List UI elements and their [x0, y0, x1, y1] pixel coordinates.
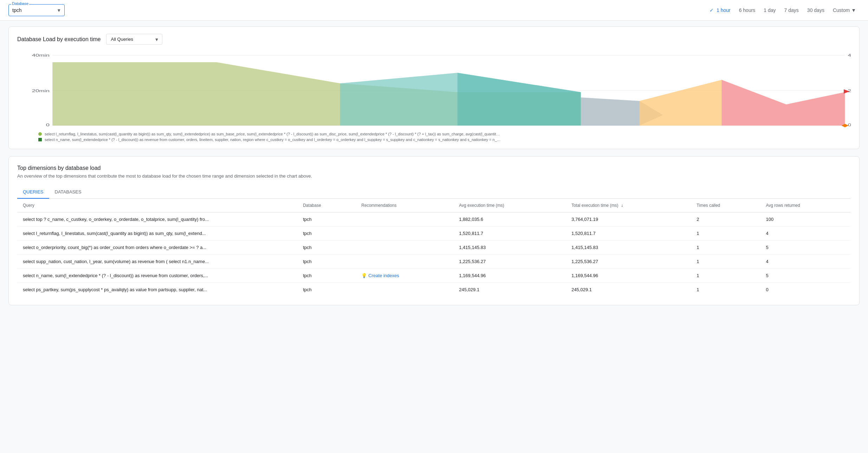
svg-text:12:35 PM: 12:35 PM: [686, 129, 711, 129]
table-row: select n_name, sum(l_extendedprice * (? …: [17, 269, 851, 283]
cell-database: tpch: [297, 283, 356, 297]
cell-recommendations[interactable]: 💡 Create indexes: [356, 269, 453, 283]
section-title: Top dimensions by database load: [17, 165, 851, 171]
cell-recommendations: [356, 241, 453, 255]
cell-database: tpch: [297, 269, 356, 283]
legend-item-2: select n_name, sum(l_extendedprice * (? …: [38, 138, 851, 142]
cell-times-called: 1: [691, 269, 760, 283]
legend-color-2: [38, 138, 42, 141]
sort-icon: ↓: [621, 203, 623, 208]
time-btn-1h[interactable]: ✓ 1 hour: [706, 5, 734, 15]
cell-avg-rows: 4: [760, 255, 851, 269]
cell-avg-exec: 1,520,811.7: [453, 226, 566, 241]
table-row: select l_returnflag, l_linestatus, sum(c…: [17, 226, 851, 241]
time-btn-30d[interactable]: 30 days: [804, 5, 828, 15]
legend-item-1: select l_returnflag, l_linestatus, sum(c…: [38, 132, 851, 136]
section-desc: An overview of the top dimensions that c…: [17, 173, 851, 179]
chart-section: Database Load by execution time All Quer…: [8, 26, 860, 149]
chart-area-q2b: [458, 73, 581, 126]
cell-recommendations: [356, 255, 453, 269]
cell-total-exec: 1,225,536.27: [566, 255, 691, 269]
table-header-row: Query Database Recommendations Avg execu…: [17, 199, 851, 212]
svg-text:20min: 20min: [32, 89, 50, 93]
time-btn-7d[interactable]: 7 days: [781, 5, 802, 15]
svg-text:12:45 PM: 12:45 PM: [815, 129, 840, 129]
cell-query[interactable]: select n_name, sum(l_extendedprice * (? …: [17, 269, 297, 283]
cell-times-called: 1: [691, 255, 760, 269]
col-total-exec[interactable]: Total execution time (ms) ↓: [566, 199, 691, 212]
tabs: QUERIES DATABASES: [17, 186, 851, 199]
cell-database: tpch: [297, 212, 356, 226]
table-row: select supp_nation, cust_nation, l_year,…: [17, 255, 851, 269]
chart-svg: 40min 20min 0: [17, 52, 851, 129]
table-row: select o_orderpriority, count_big(*) as …: [17, 241, 851, 255]
chart-area-q5: [722, 80, 845, 126]
cell-total-exec: 1,415,145.83: [566, 241, 691, 255]
cell-query[interactable]: select o_orderpriority, count_big(*) as …: [17, 241, 297, 255]
cell-total-exec: 1,520,811.7: [566, 226, 691, 241]
database-select[interactable]: tpch: [8, 4, 65, 16]
svg-text:12:00 PM: 12:00 PM: [234, 129, 259, 129]
chart-legend: select l_returnflag, l_linestatus, sum(c…: [17, 132, 851, 142]
svg-text:12:30 PM: 12:30 PM: [621, 129, 646, 129]
time-btn-6h[interactable]: 6 hours: [736, 5, 759, 15]
cell-avg-exec: 1,415,145.83: [453, 241, 566, 255]
cell-avg-rows: 4: [760, 226, 851, 241]
cell-database: tpch: [297, 241, 356, 255]
custom-dropdown-icon: ▼: [851, 7, 856, 13]
time-btn-custom[interactable]: Custom ▼: [829, 5, 860, 15]
cell-times-called: 2: [691, 212, 760, 226]
col-query: Query: [17, 199, 297, 212]
col-times-called: Times called: [691, 199, 760, 212]
cell-avg-exec: 245,029.1: [453, 283, 566, 297]
cell-query[interactable]: select ps_partkey, sum(ps_supplycost * p…: [17, 283, 297, 297]
cell-total-exec: 245,029.1: [566, 283, 691, 297]
db-label: Database: [11, 1, 29, 6]
legend-text-2: select n_name, sum(l_extendedprice * (? …: [45, 138, 501, 142]
top-bar: Database tpch ▼ ✓ 1 hour 6 hours 1 day 7…: [0, 0, 868, 21]
cell-query[interactable]: select l_returnflag, l_linestatus, sum(c…: [17, 226, 297, 241]
main-content: Database Load by execution time All Quer…: [0, 21, 868, 311]
chart-area: 40min 20min 0: [17, 52, 851, 129]
cell-database: tpch: [297, 255, 356, 269]
query-filter-wrapper: All Queries ▼: [106, 34, 162, 45]
col-recommendations: Recommendations: [356, 199, 453, 212]
cell-avg-rows: 5: [760, 269, 851, 283]
cell-recommendations: [356, 283, 453, 297]
svg-text:0: 0: [848, 123, 851, 127]
cell-recommendations: [356, 226, 453, 241]
check-icon: ✓: [710, 7, 714, 13]
svg-text:UTC-8: UTC-8: [44, 129, 61, 129]
svg-text:20min: 20min: [848, 89, 851, 93]
create-indexes-link[interactable]: 💡 Create indexes: [361, 273, 448, 278]
svg-text:12:05PM: 12:05PM: [299, 129, 323, 129]
table-row: select top ? c_name, c_custkey, o_orderk…: [17, 212, 851, 226]
data-table: Query Database Recommendations Avg execu…: [17, 199, 851, 296]
tab-queries[interactable]: QUERIES: [17, 186, 49, 199]
col-database: Database: [297, 199, 356, 212]
table-row: select ps_partkey, sum(ps_supplycost * p…: [17, 283, 851, 297]
cell-avg-rows: 100: [760, 212, 851, 226]
query-filter-select[interactable]: All Queries: [106, 34, 162, 45]
cell-times-called: 1: [691, 226, 760, 241]
svg-text:40min: 40min: [848, 53, 851, 57]
cell-times-called: 1: [691, 241, 760, 255]
svg-text:12:15 PM: 12:15 PM: [427, 129, 452, 129]
svg-text:0: 0: [46, 123, 50, 127]
cell-query[interactable]: select top ? c_name, c_custkey, o_orderk…: [17, 212, 297, 226]
cell-query[interactable]: select supp_nation, cust_nation, l_year,…: [17, 255, 297, 269]
cell-total-exec: 1,169,544.96: [566, 269, 691, 283]
chart-title: Database Load by execution time: [17, 36, 101, 43]
svg-text:12:20 PM: 12:20 PM: [492, 129, 517, 129]
cell-avg-rows: 5: [760, 241, 851, 255]
bulb-icon: 💡: [361, 273, 367, 278]
col-avg-exec: Avg execution time (ms): [453, 199, 566, 212]
time-btn-1d[interactable]: 1 day: [760, 5, 779, 15]
cell-recommendations: [356, 212, 453, 226]
time-range-selector: ✓ 1 hour 6 hours 1 day 7 days 30 days Cu…: [706, 5, 860, 15]
tab-databases[interactable]: DATABASES: [49, 186, 87, 199]
svg-text:40min: 40min: [32, 53, 50, 57]
svg-text:12:25 PM: 12:25 PM: [556, 129, 581, 129]
chart-header: Database Load by execution time All Quer…: [17, 34, 851, 45]
legend-text-1: select l_returnflag, l_linestatus, sum(c…: [45, 132, 501, 136]
